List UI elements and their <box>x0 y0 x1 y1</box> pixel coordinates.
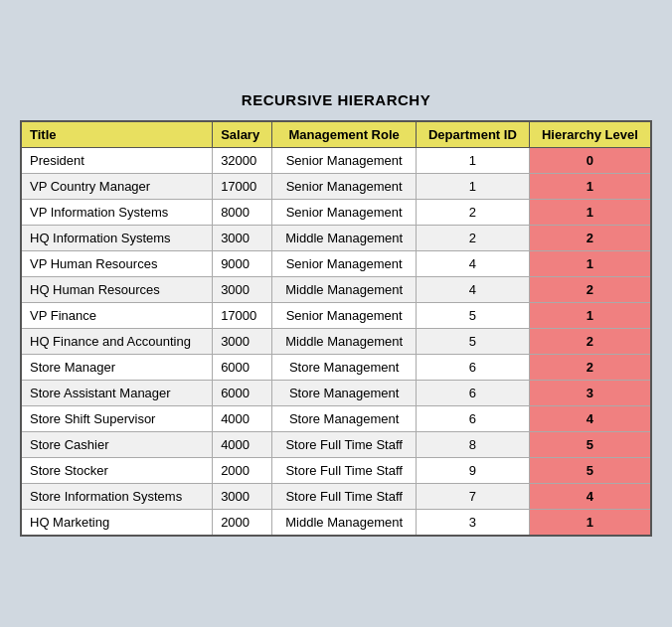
cell-salary: 3000 <box>213 225 272 250</box>
table-header-row: Title Salary Management Role Department … <box>21 121 651 148</box>
cell-salary: 6000 <box>213 354 272 380</box>
table-row: HQ Marketing2000Middle Management31 <box>21 509 651 536</box>
cell-title: VP Finance <box>21 302 213 328</box>
cell-dept-id: 2 <box>417 225 530 250</box>
cell-salary: 4000 <box>213 405 272 431</box>
table-row: VP Information Systems8000Senior Managem… <box>21 199 651 225</box>
cell-title: Store Stocker <box>21 457 213 483</box>
cell-management-role: Store Full Time Staff <box>272 457 417 483</box>
cell-dept-id: 4 <box>417 276 530 302</box>
cell-salary: 3000 <box>213 276 272 302</box>
cell-salary: 32000 <box>213 147 272 173</box>
cell-title: VP Country Manager <box>21 173 213 199</box>
cell-hierarchy-level: 3 <box>529 380 651 405</box>
col-header-management-role: Management Role <box>272 121 417 148</box>
cell-salary: 3000 <box>213 328 272 354</box>
col-header-salary: Salary <box>213 121 272 148</box>
cell-salary: 3000 <box>213 483 272 509</box>
table-row: President32000Senior Management10 <box>21 147 651 173</box>
cell-hierarchy-level: 1 <box>529 173 651 199</box>
cell-management-role: Middle Management <box>272 328 417 354</box>
table-row: VP Human Resources9000Senior Management4… <box>21 250 651 276</box>
cell-title: HQ Information Systems <box>21 225 213 250</box>
cell-dept-id: 7 <box>417 483 530 509</box>
cell-salary: 9000 <box>213 250 272 276</box>
cell-dept-id: 6 <box>417 405 530 431</box>
cell-dept-id: 3 <box>417 509 530 536</box>
cell-management-role: Store Full Time Staff <box>272 483 417 509</box>
cell-management-role: Middle Management <box>272 225 417 250</box>
cell-dept-id: 2 <box>417 199 530 225</box>
cell-management-role: Senior Management <box>272 147 417 173</box>
cell-hierarchy-level: 4 <box>529 483 651 509</box>
table-row: VP Finance17000Senior Management51 <box>21 302 651 328</box>
cell-title: HQ Marketing <box>21 509 213 536</box>
cell-management-role: Senior Management <box>272 173 417 199</box>
cell-management-role: Senior Management <box>272 250 417 276</box>
cell-title: VP Information Systems <box>21 199 213 225</box>
cell-management-role: Senior Management <box>272 302 417 328</box>
cell-hierarchy-level: 1 <box>529 302 651 328</box>
col-header-hierarchy-level: Hierarchy Level <box>529 121 651 148</box>
cell-management-role: Store Management <box>272 405 417 431</box>
cell-title: HQ Finance and Accounting <box>21 328 213 354</box>
cell-title: President <box>21 147 213 173</box>
cell-dept-id: 4 <box>417 250 530 276</box>
cell-dept-id: 6 <box>417 354 530 380</box>
cell-hierarchy-level: 1 <box>529 199 651 225</box>
table-row: Store Information Systems3000Store Full … <box>21 483 651 509</box>
table-row: Store Shift Supervisor4000Store Manageme… <box>21 405 651 431</box>
cell-title: Store Shift Supervisor <box>21 405 213 431</box>
cell-hierarchy-level: 4 <box>529 405 651 431</box>
cell-management-role: Store Management <box>272 354 417 380</box>
cell-hierarchy-level: 1 <box>529 250 651 276</box>
page-title: RECURSIVE HIERARCHY <box>20 91 652 108</box>
cell-salary: 2000 <box>213 509 272 536</box>
cell-hierarchy-level: 2 <box>529 276 651 302</box>
table-row: Store Manager6000Store Management62 <box>21 354 651 380</box>
cell-dept-id: 5 <box>417 302 530 328</box>
cell-management-role: Middle Management <box>272 276 417 302</box>
cell-salary: 2000 <box>213 457 272 483</box>
cell-hierarchy-level: 2 <box>529 328 651 354</box>
table-row: Store Cashier4000Store Full Time Staff85 <box>21 431 651 457</box>
cell-salary: 17000 <box>213 173 272 199</box>
cell-hierarchy-level: 1 <box>529 509 651 536</box>
cell-title: Store Manager <box>21 354 213 380</box>
cell-salary: 6000 <box>213 380 272 405</box>
table-row: HQ Finance and Accounting3000Middle Mana… <box>21 328 651 354</box>
cell-management-role: Store Full Time Staff <box>272 431 417 457</box>
cell-salary: 17000 <box>213 302 272 328</box>
cell-dept-id: 1 <box>417 147 530 173</box>
col-header-dept-id: Department ID <box>417 121 530 148</box>
cell-hierarchy-level: 2 <box>529 225 651 250</box>
cell-hierarchy-level: 5 <box>529 457 651 483</box>
main-container: RECURSIVE HIERARCHY Title Salary Managem… <box>0 76 672 552</box>
cell-dept-id: 8 <box>417 431 530 457</box>
cell-management-role: Store Management <box>272 380 417 405</box>
cell-title: VP Human Resources <box>21 250 213 276</box>
cell-title: Store Assistant Manager <box>21 380 213 405</box>
cell-salary: 4000 <box>213 431 272 457</box>
cell-hierarchy-level: 0 <box>529 147 651 173</box>
cell-dept-id: 1 <box>417 173 530 199</box>
cell-hierarchy-level: 5 <box>529 431 651 457</box>
table-row: Store Assistant Manager6000Store Managem… <box>21 380 651 405</box>
cell-hierarchy-level: 2 <box>529 354 651 380</box>
cell-title: Store Cashier <box>21 431 213 457</box>
cell-dept-id: 6 <box>417 380 530 405</box>
cell-dept-id: 5 <box>417 328 530 354</box>
table-row: HQ Information Systems3000Middle Managem… <box>21 225 651 250</box>
cell-title: HQ Human Resources <box>21 276 213 302</box>
table-row: Store Stocker2000Store Full Time Staff95 <box>21 457 651 483</box>
hierarchy-table: Title Salary Management Role Department … <box>20 120 652 537</box>
cell-management-role: Middle Management <box>272 509 417 536</box>
table-row: HQ Human Resources3000Middle Management4… <box>21 276 651 302</box>
cell-salary: 8000 <box>213 199 272 225</box>
col-header-title: Title <box>21 121 213 148</box>
cell-management-role: Senior Management <box>272 199 417 225</box>
table-row: VP Country Manager17000Senior Management… <box>21 173 651 199</box>
cell-dept-id: 9 <box>417 457 530 483</box>
cell-title: Store Information Systems <box>21 483 213 509</box>
